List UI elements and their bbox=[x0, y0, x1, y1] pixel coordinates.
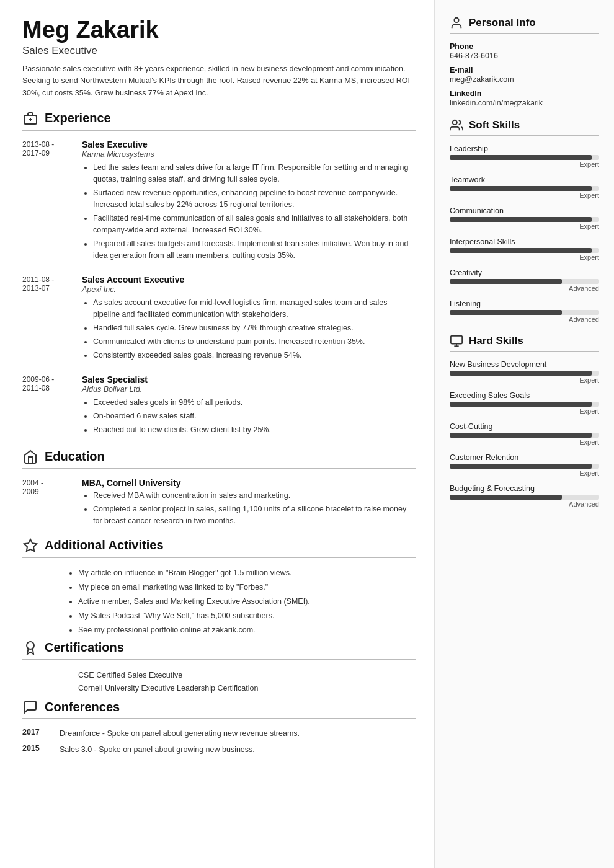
svg-rect-7 bbox=[451, 336, 462, 344]
skill-level: Advanced bbox=[450, 500, 599, 508]
conf-list: 2017Dreamforce - Spoke on panel about ge… bbox=[22, 728, 416, 756]
hard-skills-icon bbox=[450, 334, 463, 348]
svg-point-6 bbox=[453, 120, 457, 125]
education-entry: 2004 - 2009MBA, Cornell UniversityReceiv… bbox=[22, 478, 416, 529]
skill-item: TeamworkExpert bbox=[450, 175, 599, 199]
skill-level: Expert bbox=[450, 192, 599, 199]
personal-info-icon bbox=[450, 16, 463, 30]
exp-company: Karma Microsystems bbox=[82, 150, 416, 159]
skill-bar-fill bbox=[450, 402, 592, 407]
additional-list: My article on influence in "Brain Blogge… bbox=[78, 567, 416, 636]
skill-bar-bg bbox=[450, 279, 599, 284]
skill-name: Teamwork bbox=[450, 175, 599, 184]
candidate-name: Meg Zakarik bbox=[22, 17, 416, 43]
skill-bar-bg bbox=[450, 310, 599, 315]
hard-skills-list: New Business DevelopmentExpertExceeding … bbox=[450, 360, 599, 508]
education-section-header: Education bbox=[22, 449, 416, 469]
exp-dates: 2009-06 - 2011-08 bbox=[22, 374, 72, 438]
exp-bullet: Exceeded sales goals in 98% of all perio… bbox=[93, 397, 416, 409]
edu-bullet: Received MBA with concentration in sales… bbox=[93, 490, 416, 502]
conf-year: 2015 bbox=[22, 744, 50, 756]
left-column: Meg Zakarik Sales Executive Passionate s… bbox=[0, 0, 434, 868]
additional-label: Additional Activities bbox=[45, 538, 164, 552]
skill-bar-bg bbox=[450, 186, 599, 191]
skill-level: Expert bbox=[450, 376, 599, 384]
certifications-icon bbox=[22, 640, 38, 656]
skill-level: Expert bbox=[450, 254, 599, 261]
personal-field-value: linkedin.com/in/megzakarik bbox=[450, 99, 599, 107]
skill-bar-fill bbox=[450, 186, 592, 191]
exp-bullet: Reached out to new clients. Grew client … bbox=[93, 424, 416, 436]
skill-bar-bg bbox=[450, 155, 599, 160]
svg-point-5 bbox=[454, 18, 458, 22]
exp-bullet: As sales account executive for mid-level… bbox=[93, 297, 416, 321]
conf-desc: Sales 3.0 - Spoke on panel about growing… bbox=[60, 744, 255, 756]
experience-icon bbox=[22, 110, 38, 126]
skill-item: Budgeting & ForecastingAdvanced bbox=[450, 484, 599, 508]
skill-bar-bg bbox=[450, 433, 599, 438]
certifications-label: Certifications bbox=[45, 640, 124, 655]
svg-marker-3 bbox=[24, 539, 37, 551]
skill-name: Budgeting & Forecasting bbox=[450, 484, 599, 493]
skill-name: Cost-Cutting bbox=[450, 422, 599, 431]
exp-job-title: Sales Account Executive bbox=[82, 275, 416, 285]
certifications-section: Certifications CSE Certified Sales Execu… bbox=[22, 640, 416, 696]
right-column: Personal Info Phone646-873-6016E-mailmeg… bbox=[434, 0, 614, 868]
experience-list: 2013-08 - 2017-09Sales ExecutiveKarma Mi… bbox=[22, 140, 416, 438]
skill-name: Leadership bbox=[450, 144, 599, 153]
exp-bullets: As sales account executive for mid-level… bbox=[93, 297, 416, 361]
exp-body: Sales Account ExecutiveApexi Inc.As sale… bbox=[82, 275, 416, 363]
skill-name: New Business Development bbox=[450, 360, 599, 369]
skill-level: Advanced bbox=[450, 316, 599, 323]
header: Meg Zakarik Sales Executive Passionate s… bbox=[22, 17, 416, 99]
skill-name: Communication bbox=[450, 206, 599, 215]
personal-info-header: Personal Info bbox=[450, 16, 599, 34]
resume-page: Meg Zakarik Sales Executive Passionate s… bbox=[0, 0, 614, 868]
additional-bullet: Active member, Sales and Marketing Execu… bbox=[78, 595, 416, 608]
exp-bullet: Prepared all sales budgets and forecasts… bbox=[93, 238, 416, 262]
skill-bar-bg bbox=[450, 248, 599, 253]
soft-skills-icon bbox=[450, 118, 463, 132]
experience-entry: 2013-08 - 2017-09Sales ExecutiveKarma Mi… bbox=[22, 140, 416, 264]
exp-bullet: Communicated with clients to understand … bbox=[93, 336, 416, 348]
conferences-section-header: Conferences bbox=[22, 699, 416, 719]
edu-degree: MBA, Cornell University bbox=[82, 478, 416, 488]
candidate-title: Sales Executive bbox=[22, 45, 416, 57]
additional-icon bbox=[22, 538, 38, 554]
hard-skills-section: Hard Skills New Business DevelopmentExpe… bbox=[450, 334, 599, 508]
exp-dates: 2013-08 - 2017-09 bbox=[22, 140, 72, 264]
education-section: Education 2004 - 2009MBA, Cornell Univer… bbox=[22, 449, 416, 529]
skill-bar-fill bbox=[450, 433, 592, 438]
education-icon bbox=[22, 449, 38, 465]
skill-bar-bg bbox=[450, 217, 599, 222]
conferences-section: Conferences 2017Dreamforce - Spoke on pa… bbox=[22, 699, 416, 756]
education-list: 2004 - 2009MBA, Cornell UniversityReceiv… bbox=[22, 478, 416, 529]
skill-item: ListeningAdvanced bbox=[450, 299, 599, 323]
certifications-section-header: Certifications bbox=[22, 640, 416, 660]
hard-skills-header: Hard Skills bbox=[450, 334, 599, 352]
conferences-icon bbox=[22, 699, 38, 715]
additional-bullet: My Sales Podcast "Why We Sell," has 5,00… bbox=[78, 609, 416, 622]
skill-level: Expert bbox=[450, 469, 599, 477]
cert-list: CSE Certified Sales ExecutiveCornell Uni… bbox=[78, 669, 416, 696]
exp-bullets: Led the sales team and sales drive for a… bbox=[93, 162, 416, 262]
exp-bullet: Led the sales team and sales drive for a… bbox=[93, 162, 416, 185]
skill-bar-fill bbox=[450, 217, 592, 222]
skill-item: Exceeding Sales GoalsExpert bbox=[450, 391, 599, 415]
conf-entry: 2015Sales 3.0 - Spoke on panel about gro… bbox=[22, 744, 416, 756]
cert-item: Cornell University Executive Leadership … bbox=[78, 682, 416, 695]
skill-item: Interpersonal SkillsExpert bbox=[450, 237, 599, 261]
skill-name: Listening bbox=[450, 299, 599, 308]
personal-info-fields: Phone646-873-6016E-mailmeg@zakarik.comLi… bbox=[450, 42, 599, 107]
skill-name: Customer Retention bbox=[450, 453, 599, 462]
skill-name: Creativity bbox=[450, 268, 599, 277]
skill-name: Exceeding Sales Goals bbox=[450, 391, 599, 400]
skill-bar-fill bbox=[450, 371, 592, 376]
hard-skills-label: Hard Skills bbox=[469, 335, 523, 347]
exp-company: Aldus Bolivar Ltd. bbox=[82, 385, 416, 394]
skill-bar-fill bbox=[450, 248, 592, 253]
personal-info-label: Personal Info bbox=[469, 17, 536, 29]
exp-bullet: Consistently exceeded sales goals, incre… bbox=[93, 350, 416, 361]
additional-bullet: See my professional portfolio online at … bbox=[78, 624, 416, 636]
skill-bar-fill bbox=[450, 310, 562, 315]
